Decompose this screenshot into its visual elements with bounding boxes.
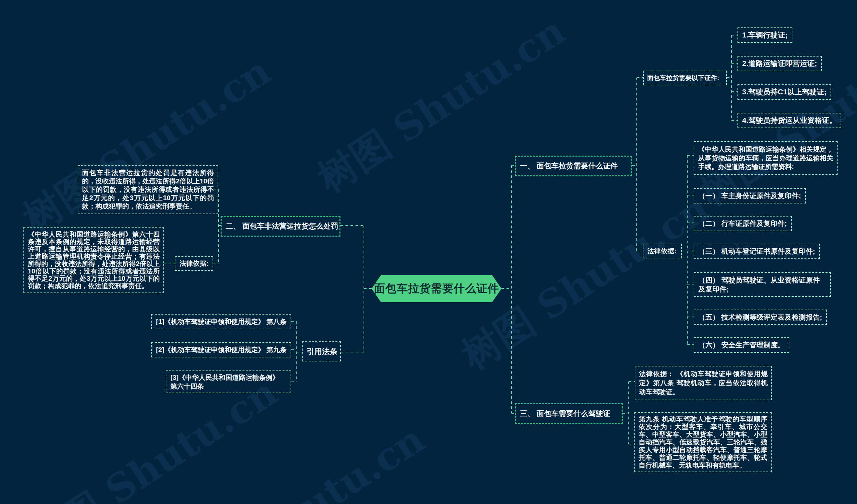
needed-certificate-item[interactable]: 2.道路运输证即营运证;	[738, 56, 822, 71]
legal-basis-node-punishment[interactable]: 法律依据:	[175, 256, 213, 271]
required-material-item[interactable]: （五） 技术检测等级评定表及检测报告;	[694, 309, 827, 325]
legal-basis-node-certificates[interactable]: 法律依据:	[643, 243, 682, 258]
root-node[interactable]: 面包车拉货需要什么证件	[372, 275, 502, 302]
required-material-item[interactable]: （四） 驾驶员驾驶证、从业资格证原件及复印件;	[694, 272, 831, 297]
license-article9-paragraph[interactable]: 第九条 机动车驾驶人准予驾驶的车型顺序依次分为：大型客车、牵引车、城市公交车、中…	[634, 412, 772, 472]
mindmap-canvas: 树图 Shutu.cn 树图 Shutu.cn 树图 Shutu.cn 树图 S…	[0, 0, 857, 504]
needed-certificate-item[interactable]: 4.驾驶员持货运从业资格证。	[738, 113, 841, 128]
license-legal-basis-paragraph[interactable]: 法律依据： 《机动车驾驶证申领和使用规定》第八条 驾驶机动车，应当依法取得机动车…	[635, 366, 772, 400]
required-material-item[interactable]: （二） 行车证原件及复印件;	[694, 216, 792, 231]
needed-certificate-item[interactable]: 3.驾驶员持C1以上驾驶证;	[738, 84, 831, 100]
section-node-citations[interactable]: 引用法条	[302, 341, 341, 362]
section-node-punishment[interactable]: 二、 面包车非法营运拉货怎么处罚	[221, 216, 340, 237]
legal-intro-paragraph[interactable]: 《中华人民共和国道路运输条例》相关规定，从事货物运输的车辆，应当办理道路运输相关…	[694, 141, 838, 175]
required-material-item[interactable]: （一） 车主身份证原件及复印件;	[694, 188, 806, 203]
section-node-certificates[interactable]: 一、 面包车拉货需要什么证件	[515, 156, 632, 177]
required-material-item[interactable]: （三） 机动车登记证书原件及复印件;	[694, 243, 820, 259]
citation-item[interactable]: [3]《中华人民共和国道路运输条例》 第六十四条	[166, 370, 291, 393]
required-material-item[interactable]: （六） 安全生产管理制度。	[694, 337, 789, 353]
punishment-legal-paragraph[interactable]: 《中华人民共和国道路运输条例》第六十四条违反本条例的规定，未取得道路运输经营许可…	[23, 227, 164, 293]
citation-item[interactable]: [1]《机动车驾驶证申领和使用规定》 第八条	[151, 314, 291, 329]
section-node-license[interactable]: 三、 面包车需要什么驾驶证	[515, 403, 623, 424]
citation-item[interactable]: [2]《机动车驾驶证申领和使用规定》 第九条	[151, 342, 291, 357]
punishment-summary-paragraph[interactable]: 面包车非法营运拉货的处罚是有违法所得的，没收违法所得，处违法所得2倍以上10倍以…	[78, 165, 218, 214]
node-needed-certificates[interactable]: 面包车拉货需要以下证件:	[643, 71, 727, 85]
needed-certificate-item[interactable]: 1.车辆行驶证;	[738, 28, 792, 43]
